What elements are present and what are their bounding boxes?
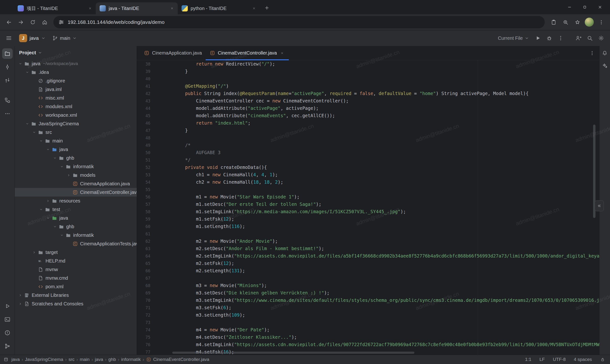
debug-icon[interactable] [544,33,554,43]
settings-gear-icon[interactable] [596,33,606,43]
tree-chevron-icon[interactable] [52,156,58,160]
browser-menu-icon[interactable] [596,17,607,28]
run-configuration-selector[interactable]: Current File [498,36,529,41]
breadcrumb-item[interactable]: src [67,357,75,362]
project-icon[interactable] [2,48,13,59]
site-settings-icon[interactable] [58,19,64,25]
tree-item[interactable]: java~/workspace/java [15,59,137,68]
breadcrumb-item[interactable]: ghb [107,357,117,362]
breadcrumb-item[interactable]: java [94,357,104,362]
editor-tab[interactable]: CCinemaApplication.java [140,46,206,60]
editor-tabs-menu-icon[interactable] [587,48,597,58]
more-icon[interactable] [2,108,13,119]
tree-chevron-icon[interactable] [45,198,51,203]
tree-item[interactable]: Scratches and Consoles [15,299,137,308]
version-control-icon[interactable] [2,341,13,351]
caret-position[interactable]: 1:1 [525,357,531,362]
main-menu-icon[interactable] [4,33,14,43]
breadcrumb-item[interactable]: informatik [120,357,142,362]
tree-item[interactable]: ghb [15,154,137,162]
tree-item[interactable]: src [15,128,137,136]
reload-icon[interactable] [27,17,38,28]
tree-item[interactable]: CCinemaEventController.java [15,188,137,196]
tab-close-icon[interactable] [87,5,93,11]
project-selector[interactable]: J java [17,33,48,43]
tree-item[interactable]: pom.xml [15,282,137,291]
tree-item[interactable]: modules.xml [15,102,137,111]
minimize-icon[interactable] [562,0,577,14]
breadcrumb-file[interactable]: CCinemaEventController.java [145,357,209,362]
tree-item[interactable]: main [15,136,137,145]
ai-assistant-icon[interactable] [600,61,609,70]
breadcrumb-item[interactable]: main [79,357,91,362]
file-encoding[interactable]: UTF-8 [553,357,566,362]
tree-chevron-icon[interactable] [24,70,30,75]
run-icon[interactable] [533,33,543,43]
tree-item[interactable]: M↓HELP.md [15,257,137,265]
search-everywhere-icon[interactable] [585,33,595,43]
tree-item[interactable]: External Libraries [15,291,137,299]
tree-item[interactable]: mvnw [15,265,137,274]
hide-panel-icon[interactable] [595,200,604,211]
tree-chevron-icon[interactable] [17,61,23,66]
maximize-icon[interactable] [577,0,592,14]
tree-item[interactable]: misc.xml [15,94,137,102]
tree-item[interactable]: test [15,205,137,214]
tab-close-icon[interactable] [169,5,175,11]
tree-item[interactable]: CCinemaApplication.java [15,179,137,188]
structure-icon[interactable] [2,95,13,105]
tree-chevron-icon[interactable] [38,138,44,143]
tree-item[interactable]: ghb [15,222,137,231]
tree-chevron-icon[interactable] [31,250,37,255]
tree-item[interactable]: mvnw.cmd [15,274,137,282]
tree-item[interactable]: java.iml [15,85,137,94]
browser-tab[interactable]: java - TitanIDE [96,2,178,14]
new-tab-button[interactable] [262,3,272,13]
tree-chevron-icon[interactable] [45,216,51,220]
pull-requests-icon[interactable] [2,75,13,86]
bookmark-star-icon[interactable] [572,17,583,28]
line-separator[interactable]: LF [539,357,545,362]
clipboard-icon[interactable] [548,17,559,28]
tree-chevron-icon[interactable] [17,293,23,298]
close-window-icon[interactable] [592,0,608,14]
back-icon[interactable] [3,17,14,28]
tree-item[interactable]: java [15,214,137,222]
tree-item[interactable]: target [15,248,137,257]
commit-icon[interactable] [2,62,13,72]
tree-item[interactable]: resources [15,196,137,205]
terminal-icon[interactable] [2,314,13,325]
branch-selector[interactable]: main [50,34,79,42]
tree-chevron-icon[interactable] [52,224,58,229]
tree-item[interactable]: informatik [15,162,137,171]
tree-chevron-icon[interactable] [38,207,44,212]
forward-icon[interactable] [15,17,26,28]
tree-item[interactable]: CCinemaApplicationTests.java [15,239,137,248]
home-icon[interactable] [39,17,50,28]
profile-avatar[interactable] [585,18,594,27]
project-panel-header[interactable]: Project [15,46,137,59]
breadcrumb-item[interactable]: java [11,357,21,362]
tree-chevron-icon[interactable] [65,173,72,178]
zoom-icon[interactable] [560,17,571,28]
breadcrumb-item[interactable]: JavaSpringCinema [24,357,64,362]
tree-chevron-icon[interactable] [59,233,65,237]
tree-item[interactable]: models [15,171,137,179]
tree-item[interactable]: JavaSpringCinema [15,119,137,128]
notifications-icon[interactable] [600,49,609,57]
indent-style[interactable]: 4 spaces [574,357,592,362]
code-editor[interactable]: 38 return new RedirectView("/");39 }4041… [137,60,599,355]
tab-close-icon[interactable] [251,5,257,11]
horizontal-scrollbar[interactable] [172,351,414,354]
tab-close-icon[interactable] [279,50,285,56]
more-actions-icon[interactable] [556,33,566,43]
tree-item[interactable]: .idea [15,68,137,77]
lock-icon[interactable] [600,357,605,362]
editor-tab[interactable]: CCinemaEventController.java [206,46,289,60]
browser-tab[interactable]: python - TitanIDE [178,2,260,14]
url-bar[interactable]: 192.168.101.144/ide/web/coding/java/demo [53,16,545,28]
tree-item[interactable]: java [15,145,137,154]
tree-item[interactable]: informatik [15,231,137,239]
run-icon[interactable] [2,301,13,311]
problems-icon[interactable] [2,327,13,338]
